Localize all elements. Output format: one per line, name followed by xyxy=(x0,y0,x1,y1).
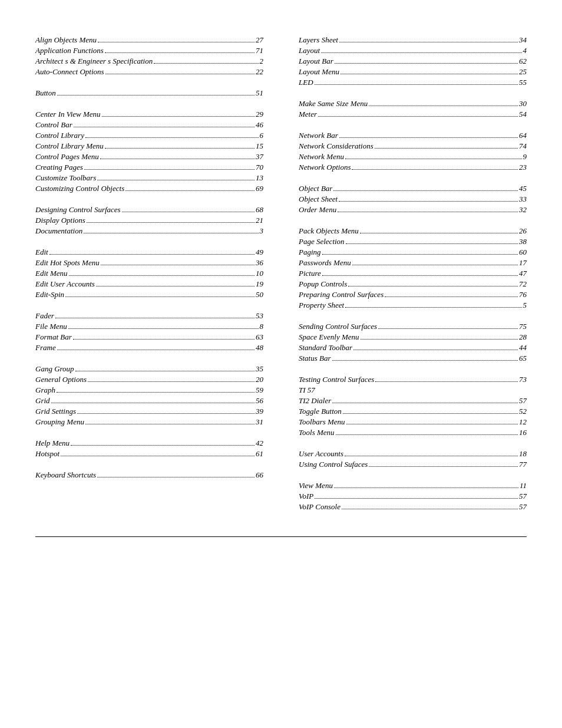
entry-dots xyxy=(97,180,254,180)
entry-dots xyxy=(101,265,254,265)
entry-dots xyxy=(318,116,518,117)
index-entry: Network Menu9 xyxy=(299,152,527,162)
entry-page: 15 xyxy=(256,141,263,151)
index-entry: Network Bar64 xyxy=(299,131,527,140)
entry-page: 38 xyxy=(519,237,527,246)
index-entry: Network Options23 xyxy=(299,163,527,172)
index-entry: Layout4 xyxy=(299,46,527,55)
index-entry: Gang Group35 xyxy=(35,364,263,374)
entry-title: Passwords Menu xyxy=(299,258,351,268)
index-entry: Control Library Menu15 xyxy=(35,141,263,151)
entry-page: 10 xyxy=(256,269,263,278)
entry-dots xyxy=(345,456,518,456)
entry-title: Grid Settings xyxy=(35,407,76,416)
index-entry: Passwords Menu17 xyxy=(299,258,527,268)
entry-page: 54 xyxy=(519,110,527,119)
entry-dots xyxy=(88,381,254,382)
index-entry: Edit-Spin50 xyxy=(35,290,263,299)
entry-page: 37 xyxy=(256,152,263,162)
entry-page: 12 xyxy=(519,417,527,427)
entry-title: Align Objects Menu xyxy=(35,35,97,45)
index-entry: TI 57 xyxy=(299,386,527,395)
entry-dots xyxy=(49,254,254,255)
index-entry: User Accounts18 xyxy=(299,449,527,459)
entry-dots xyxy=(315,498,518,499)
entry-dots xyxy=(98,42,254,42)
index-entry: Customize Toolbars13 xyxy=(35,173,263,183)
index-entry: Make Same Size Menu30 xyxy=(299,99,527,108)
entry-page: 29 xyxy=(256,110,263,119)
entry-page: 36 xyxy=(256,258,263,268)
index-entry: Layout Menu25 xyxy=(299,67,527,77)
entry-title: Control Library xyxy=(35,131,84,140)
index-entry: Object Bar45 xyxy=(299,184,527,193)
index-entry: Center In View Menu29 xyxy=(35,110,263,119)
entry-title: Control Bar xyxy=(35,120,72,130)
entry-title: Popup Controls xyxy=(299,279,347,289)
entry-title: Grid xyxy=(35,396,50,406)
entry-dots xyxy=(125,190,254,191)
entry-title: TI 57 xyxy=(299,386,315,395)
index-entry: Edit Menu10 xyxy=(35,269,263,278)
entry-title: Format Bar xyxy=(35,332,72,342)
section-gap xyxy=(299,311,527,322)
entry-page: 49 xyxy=(256,248,263,257)
entry-dots xyxy=(333,190,518,191)
entry-page: 57 xyxy=(519,396,527,406)
section-gap xyxy=(299,120,527,131)
index-entry: Object Sheet33 xyxy=(299,195,527,204)
index-entry: Grouping Menu31 xyxy=(35,417,263,427)
index-entry: TI2 Dialer57 xyxy=(299,396,527,406)
entry-page: 4 xyxy=(523,46,527,55)
entry-title: Grouping Menu xyxy=(35,417,84,427)
entry-dots xyxy=(339,42,518,42)
entry-page: 33 xyxy=(519,195,527,204)
entry-page: 20 xyxy=(256,375,263,384)
entry-page: 11 xyxy=(520,481,527,490)
entry-page: 45 xyxy=(519,184,527,193)
entry-page: 71 xyxy=(256,46,263,55)
entry-dots xyxy=(335,63,518,64)
entry-title: Edit Hot Spots Menu xyxy=(35,258,100,268)
entry-dots xyxy=(352,265,518,265)
entry-title: Edit xyxy=(35,248,48,257)
entry-dots xyxy=(69,275,254,276)
entry-page: 46 xyxy=(256,120,263,130)
entry-dots xyxy=(352,169,518,170)
entry-title: Display Options xyxy=(35,216,85,225)
section-gap xyxy=(299,216,527,226)
entry-title: Network Menu xyxy=(299,152,344,162)
index-entry: LED55 xyxy=(299,78,527,87)
section-gap xyxy=(299,470,527,481)
entry-page: 70 xyxy=(256,163,263,172)
entry-page: 2 xyxy=(260,57,264,66)
section-gap xyxy=(299,439,527,449)
entry-title: Designing Control Surfaces xyxy=(35,205,121,215)
entry-title: Sending Control Surfaces xyxy=(299,322,377,331)
entry-dots xyxy=(61,456,254,456)
entry-dots xyxy=(122,212,254,212)
entry-page: 62 xyxy=(519,57,527,66)
entry-page: 48 xyxy=(256,343,263,353)
entry-page: 55 xyxy=(519,78,527,87)
entry-dots xyxy=(360,233,518,233)
entry-title: Network Options xyxy=(299,163,351,172)
entry-title: Object Sheet xyxy=(299,195,338,204)
entry-page: 17 xyxy=(519,258,527,268)
entry-title: Creating Pages xyxy=(35,163,83,172)
index-entry: Align Objects Menu27 xyxy=(35,35,263,45)
index-entry: Order Menu32 xyxy=(299,205,527,215)
entry-dots xyxy=(321,52,521,53)
entry-page: 68 xyxy=(256,205,263,215)
section-gap xyxy=(35,237,263,248)
entry-page: 76 xyxy=(519,290,527,299)
index-entry: Space Evenly Menu28 xyxy=(299,332,527,342)
entry-title: Control Library Menu xyxy=(35,141,104,151)
entry-title: Center In View Menu xyxy=(35,110,101,119)
index-entry: Layout Bar62 xyxy=(299,57,527,66)
entry-page: 8 xyxy=(260,322,264,331)
entry-dots xyxy=(71,445,254,446)
entry-title: TI2 Dialer xyxy=(299,396,331,406)
entry-page: 59 xyxy=(256,386,263,395)
entry-page: 44 xyxy=(519,343,527,353)
